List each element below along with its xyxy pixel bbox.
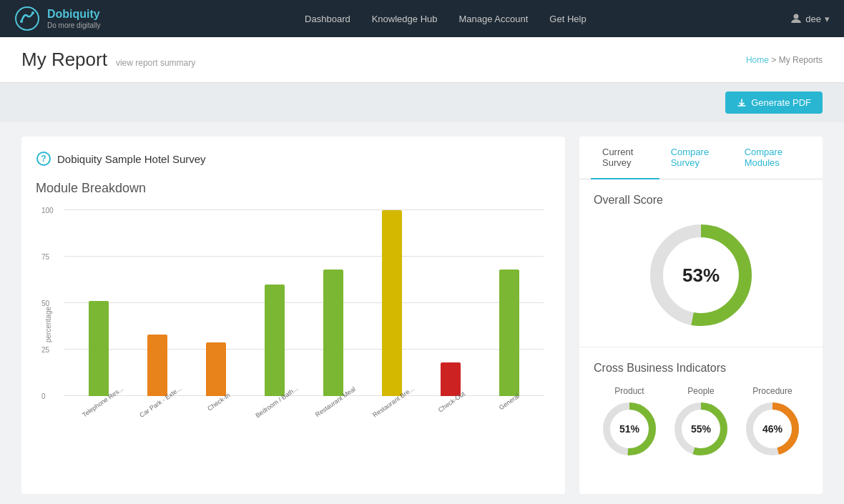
tab-compare-modules[interactable]: Compare Modules [733,137,811,179]
breadcrumb: Home > My Reports [746,55,823,65]
svg-text:?: ? [41,154,46,164]
bar-label-item: General [479,396,536,439]
brand-tagline: Do more digitally [47,21,100,30]
toolbar: Generate PDF [0,83,844,122]
tab-current-survey[interactable]: Current Survey [591,137,659,179]
indicator-item: People 55% [672,386,730,458]
user-name: dee [805,14,821,24]
y-axis-label: percentage [44,307,52,342]
page-header: My Report view report summary Home > My … [0,37,844,83]
bar-group [189,210,243,396]
bars-container [64,210,544,396]
bar-group [423,210,478,396]
bar-label-item: Telephone Res... [72,396,129,439]
logo-icon [14,6,40,31]
user-icon [790,13,802,24]
nav-dashboard[interactable]: Dashboard [305,14,350,24]
bar-label-text: General [498,392,539,438]
left-panel: ? Dobiquity Sample Hotel Survey Module B… [21,137,565,494]
nav-knowledge-hub[interactable]: Knowledge Hub [372,14,438,24]
brand-logo: Dobiquity Do more digitally [14,6,100,31]
cross-business-section: Cross Business Indicators Product 51% Pe… [579,347,823,472]
bar [265,285,285,396]
nav-get-help[interactable]: Get Help [549,14,586,24]
indicator-value: 51% [619,423,639,435]
bar [382,210,402,396]
overall-score-section: Overall Score 53% [579,179,823,347]
bar-chart: percentage 100 75 50 25 0 Telephone Res.… [36,210,551,439]
svg-point-3 [794,14,799,19]
user-menu[interactable]: dee ▾ [790,13,830,24]
overall-score-title: Overall Score [594,194,808,207]
main-content: ? Dobiquity Sample Hotel Survey Module B… [0,122,844,504]
mini-donut: 55% [672,400,730,458]
bar-group [306,210,360,396]
bar [499,270,519,396]
right-panel: Current Survey Compare Survey Compare Mo… [579,137,823,494]
svg-point-0 [16,7,39,30]
nav-links: Dashboard Knowledge Hub Manage Account G… [305,14,587,24]
bar [206,342,226,396]
bar-label-text: Check-Out [436,390,484,441]
overall-score-value: 53% [682,265,720,287]
indicator-value: 55% [691,423,711,435]
survey-icon: ? [36,151,51,167]
nav-manage-account[interactable]: Manage Account [459,14,529,24]
overall-score-donut: 53% [594,218,808,332]
bar-group [247,210,302,396]
bar [323,270,343,396]
cross-business-title: Cross Business Indicators [594,362,808,375]
bar-group [130,210,185,396]
bar-group [482,210,536,396]
svg-point-1 [20,20,23,23]
bar [441,362,461,396]
bar-label-item: Bedroom / Bath... [246,396,304,439]
bar-group [72,210,126,396]
cross-indicators: Product 51% People 55% Procedure 46% [594,386,808,458]
breadcrumb-sep: > [771,55,778,65]
mini-donut: 46% [744,400,801,458]
breadcrumb-current: My Reports [779,55,823,65]
indicator-item: Product 51% [601,386,658,458]
survey-tabs: Current Survey Compare Survey Compare Mo… [579,137,823,179]
generate-pdf-label: Generate PDF [751,97,811,108]
indicator-item: Procedure 46% [744,386,801,458]
indicator-label: Product [614,386,644,396]
bar [147,335,167,396]
bar-labels: Telephone Res...Car Park - Exte...Check-… [64,396,544,439]
indicator-value: 46% [762,423,782,435]
bar-group [365,210,419,396]
user-dropdown-icon: ▾ [825,14,830,24]
survey-title: Dobiquity Sample Hotel Survey [57,153,206,165]
module-breakdown-title: Module Breakdown [36,181,551,196]
tab-compare-survey[interactable]: Compare Survey [659,137,733,179]
bar [89,301,109,396]
mini-donut: 51% [601,400,658,458]
page-subtitle: view report summary [116,58,195,68]
svg-point-2 [31,11,34,14]
indicator-label: Procedure [752,386,792,396]
download-icon [737,98,747,108]
indicator-label: People [687,386,714,396]
page-title: My Report [21,49,107,71]
generate-pdf-button[interactable]: Generate PDF [725,92,823,114]
breadcrumb-home[interactable]: Home [746,55,769,65]
bar-label-text: Check-In [206,392,250,440]
brand-name: Dobiquity [47,7,100,21]
